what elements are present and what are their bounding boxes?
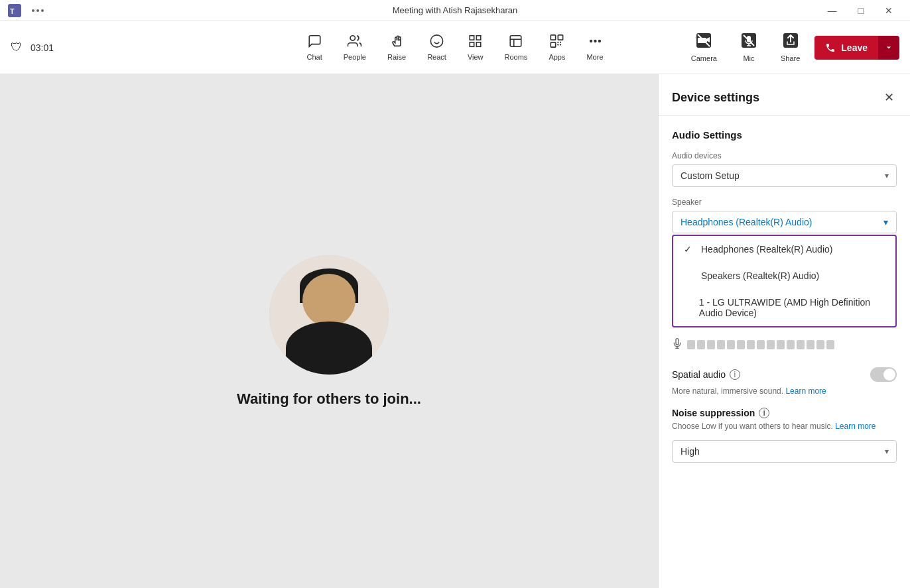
toolbar-left: 🛡 03:01 (11, 40, 54, 54)
spatial-audio-toggle[interactable] (870, 367, 897, 382)
avatar-body (286, 322, 372, 375)
title-bar-left: T (8, 4, 49, 17)
more-label: More (586, 53, 603, 61)
spatial-audio-title: Spatial audio i (672, 369, 740, 380)
svg-point-15 (594, 40, 596, 42)
minimize-button[interactable]: — (818, 1, 846, 20)
meeting-area: Waiting for others to join... (0, 74, 658, 588)
leave-label: Leave (841, 42, 868, 53)
speaker-option-speakers-label: Speakers (Realtek(R) Audio) (701, 270, 819, 281)
speaker-option-speakers[interactable]: Speakers (Realtek(R) Audio) (673, 263, 895, 289)
camera-label: Camera (691, 54, 717, 62)
mic-bar-4 (717, 340, 725, 349)
participant-avatar (269, 255, 389, 375)
svg-rect-9 (477, 42, 481, 46)
chevron-down-icon (885, 44, 893, 52)
mic-bar-7 (747, 340, 755, 349)
spatial-audio-desc-text: More natural, immersive sound. (672, 386, 783, 396)
speaker-selected-value: Headphones (Realtek(R) Audio) (681, 217, 812, 227)
mic-bar-6 (737, 340, 745, 349)
leave-chevron-button[interactable] (878, 36, 899, 60)
toolbar-view-button[interactable]: View (458, 29, 493, 66)
mic-button[interactable]: Mic (732, 27, 766, 68)
mic-bar-2 (697, 340, 705, 349)
device-settings-close-button[interactable]: ✕ (881, 88, 897, 107)
toolbar-right: Camera Mic (682, 27, 899, 68)
react-label: React (427, 53, 446, 61)
title-bar-controls: — □ ✕ (818, 1, 902, 20)
waiting-text: Waiting for others to join... (237, 390, 421, 408)
mic-bar-8 (757, 340, 765, 349)
mic-bar-11 (787, 340, 795, 349)
react-icon (430, 34, 444, 50)
mic-label: Mic (743, 54, 754, 62)
avatar-head (302, 274, 356, 327)
noise-suppression-section: Noise suppression i Choose Low if you wa… (672, 408, 897, 463)
leave-button[interactable]: Leave (814, 36, 878, 60)
device-settings-panel: Device settings ✕ Audio Settings Audio d… (658, 74, 910, 588)
phone-icon (825, 42, 836, 53)
svg-point-14 (590, 40, 592, 42)
title-bar: T Meeting with Atish Rajasekharan — □ ✕ (0, 0, 910, 21)
svg-rect-11 (551, 35, 556, 40)
spatial-audio-label: Spatial audio (672, 369, 726, 380)
device-settings-header: Device settings ✕ (659, 74, 910, 116)
toolbar-people-button[interactable]: People (334, 29, 375, 66)
noise-suppression-desc: Choose Low if you want others to hear mu… (672, 421, 897, 432)
noise-suppression-learn-more[interactable]: Learn more (835, 422, 876, 431)
share-label: Share (781, 54, 800, 62)
noise-suppression-select-wrapper: High Auto Low Off ▾ (672, 440, 897, 463)
toolbar-react-button[interactable]: React (418, 29, 456, 66)
spatial-audio-desc: More natural, immersive sound. Learn mor… (672, 386, 897, 397)
mic-bar-3 (707, 340, 715, 349)
svg-rect-7 (477, 36, 481, 40)
svg-rect-13 (551, 42, 556, 47)
speaker-select-display[interactable]: Headphones (Realtek(R) Audio) ▾ (672, 211, 897, 233)
svg-rect-12 (558, 35, 563, 40)
mic-bar-15 (826, 340, 834, 349)
spatial-audio-learn-more[interactable]: Learn more (785, 386, 826, 396)
chat-icon (307, 34, 322, 50)
toolbar-rooms-button[interactable]: Rooms (495, 29, 537, 66)
toolbar-center: Chat People Raise (297, 29, 612, 66)
camera-button[interactable]: Camera (682, 27, 726, 68)
mic-bar-1 (687, 340, 695, 349)
chat-label: Chat (306, 53, 322, 61)
mic-bar-13 (807, 340, 814, 349)
spatial-audio-info-icon: i (730, 369, 740, 380)
raise-icon (389, 34, 404, 50)
share-icon (783, 32, 799, 52)
window-title: Meeting with Atish Rajasekharan (393, 5, 518, 15)
checkmark-icon: ✓ (684, 244, 694, 255)
avatar-image (269, 255, 389, 375)
mic-bar-10 (777, 340, 785, 349)
share-button[interactable]: Share (771, 27, 809, 68)
maximize-button[interactable]: □ (849, 1, 873, 20)
speaker-chevron-icon: ▾ (883, 217, 888, 227)
speaker-dropdown-list: ✓ Headphones (Realtek(R) Audio) Speakers… (672, 235, 897, 327)
mic-level-section (672, 333, 897, 357)
mic-bar-5 (727, 340, 735, 349)
toolbar-chat-button[interactable]: Chat (297, 29, 331, 66)
close-window-button[interactable]: ✕ (876, 1, 902, 20)
noise-suppression-select[interactable]: High Auto Low Off (672, 440, 897, 463)
title-bar-more-btn[interactable] (27, 7, 49, 15)
more-icon (588, 34, 602, 50)
svg-point-16 (598, 40, 600, 42)
toolbar-raise-button[interactable]: Raise (378, 29, 415, 66)
noise-suppression-title: Noise suppression i (672, 408, 897, 418)
toolbar-more-button[interactable]: More (577, 29, 612, 66)
device-settings-title: Device settings (672, 91, 759, 105)
mic-bar-14 (816, 340, 824, 349)
rooms-icon (509, 34, 523, 50)
audio-devices-select[interactable]: Custom Setup (672, 164, 897, 187)
people-label: People (344, 53, 366, 61)
apps-label: Apps (549, 53, 565, 61)
people-icon (348, 34, 362, 50)
view-label: View (468, 53, 484, 61)
speaker-option-lg-label: 1 - LG ULTRAWIDE (AMD High Definition Au… (699, 297, 885, 318)
speaker-option-headphones[interactable]: ✓ Headphones (Realtek(R) Audio) (673, 236, 895, 263)
toolbar-apps-button[interactable]: Apps (539, 29, 574, 66)
speaker-option-lg[interactable]: 1 - LG ULTRAWIDE (AMD High Definition Au… (673, 289, 895, 326)
speaker-section: Speaker Headphones (Realtek(R) Audio) ▾ … (672, 198, 897, 327)
